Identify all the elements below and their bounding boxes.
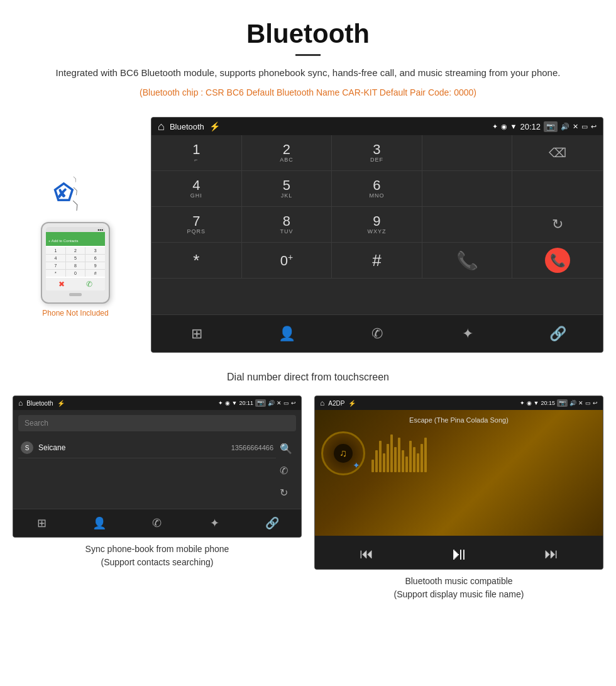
phone-keypad: 1 2 3 4 5 6 7 8 9 * 0 # — [46, 247, 105, 277]
key-9[interactable]: 9 WXYZ — [332, 207, 422, 242]
contacts-bottom-nav: ⊞ 👤 ✆ ✦ 🔗 — [13, 509, 301, 537]
contacts-home-icon: ⌂ — [18, 399, 23, 407]
eq-bar — [409, 441, 412, 472]
search-side-icon[interactable]: 🔍 — [280, 443, 292, 455]
key-backspace[interactable]: ⌫ — [512, 135, 603, 170]
key-4[interactable]: 4 GHI — [151, 171, 242, 206]
dialpad-status-bar: ⌂ Bluetooth ⚡ ✦ ◉ ▼ 20:12 📷 🔊 ✕ ▭ ↩ — [151, 118, 603, 135]
contact-row-seicane[interactable]: S Seicane 13566664466 — [18, 438, 276, 458]
eq-bar — [375, 450, 378, 472]
dial-row-1: 1 ⌐ 2 ABC 3 DEF ⌫ — [151, 135, 603, 171]
music-caption: Bluetooth music compatible(Support displ… — [394, 575, 524, 601]
contact-name: Seicane — [38, 443, 226, 452]
eq-bar — [383, 453, 385, 472]
prev-track-button[interactable]: ⏮ — [360, 546, 373, 562]
next-track-button[interactable]: ⏭ — [544, 546, 558, 562]
usb-icon: ⚡ — [209, 121, 220, 131]
nav-link[interactable]: 🔗 — [512, 315, 603, 352]
key-refresh[interactable]: ↻ — [512, 207, 603, 242]
contacts-status-bar: ⌂ Bluetooth ⚡ ✦ ◉ ▼ 20:11 📷 🔊 ✕ ▭ ↩ — [13, 396, 301, 410]
backspace-icon: ⌫ — [549, 145, 566, 160]
key-empty-3a — [422, 207, 513, 242]
contacts-nav-dialpad[interactable]: ⊞ — [13, 509, 71, 537]
dial-row-3: 7 PQRS 8 TUV 9 WXYZ ↻ — [151, 207, 603, 243]
key-5[interactable]: 5 JKL — [242, 171, 333, 206]
music-status-bar: ⌂ A2DP ⚡ ✦ ◉ ▼ 20:15 📷 🔊 ✕ ▭ ↩ — [315, 396, 603, 410]
key-1[interactable]: 1 ⌐ — [151, 135, 242, 170]
key-7[interactable]: 7 PQRS — [151, 207, 242, 242]
music-home-icon: ⌂ — [320, 399, 324, 407]
key-hash[interactable]: # — [332, 243, 422, 278]
signal-icon: ▼ — [510, 123, 517, 130]
contacts-side-icons: 🔍 ✆ ↻ — [276, 438, 296, 504]
bt-status-icon: ✦ — [492, 123, 498, 131]
nav-phone[interactable]: ✆ — [332, 315, 422, 352]
phone-illustration-area: ⬠ 〉 〉 〉 ✘ ●●● + Add — [13, 117, 138, 353]
key-2[interactable]: 2 ABC — [242, 135, 333, 170]
key-call-green[interactable]: 📞 — [422, 243, 513, 278]
music-content: Escape (The Pina Colada Song) ♫ ✦ — [315, 410, 603, 536]
page-header: Bluetooth Integrated with BC6 Bluetooth … — [0, 0, 616, 111]
key-3[interactable]: 3 DEF — [332, 135, 422, 170]
contacts-nav-phone[interactable]: ✆ — [128, 509, 186, 537]
bt-x-mark: ✘ — [52, 184, 71, 203]
key-star[interactable]: * — [151, 243, 242, 278]
music-section: ⌂ A2DP ⚡ ✦ ◉ ▼ 20:15 📷 🔊 ✕ ▭ ↩ — [314, 396, 603, 601]
contacts-nav-link[interactable]: 🔗 — [243, 509, 301, 537]
eq-bar — [413, 447, 415, 472]
key-6[interactable]: 6 MNO — [332, 171, 422, 206]
contacts-status-icons: ✦ ◉ ▼ 20:11 📷 🔊 ✕ ▭ ↩ — [218, 399, 296, 407]
eq-bar — [398, 438, 400, 472]
dial-row-2: 4 GHI 5 JKL 6 MNO — [151, 171, 603, 207]
nav-bluetooth[interactable]: ✦ — [422, 315, 513, 352]
title-divider — [295, 54, 321, 56]
music-controls: ⏮ ⏯ ⏭ — [315, 536, 603, 569]
play-pause-button[interactable]: ⏯ — [450, 543, 468, 564]
phone-not-included-label: Phone Not Included — [42, 309, 108, 318]
phone-mockup: ●●● + Add to Contacts 1 2 3 4 5 6 7 8 9 — [41, 222, 110, 304]
time-display: 20:12 — [520, 122, 541, 131]
nav-dialpad[interactable]: ⊞ — [151, 315, 242, 352]
search-bar[interactable]: Search — [18, 415, 296, 431]
camera-icon: 📷 — [544, 121, 558, 132]
contacts-inner: S Seicane 13566664466 🔍 ✆ ↻ — [18, 438, 296, 504]
eq-bar — [405, 456, 408, 472]
phone-status-bar: ●●● — [46, 227, 105, 232]
nav-contacts[interactable]: 👤 — [242, 315, 333, 352]
search-placeholder: Search — [25, 419, 290, 428]
refresh-side-icon[interactable]: ↻ — [280, 487, 292, 499]
status-right: ✦ ◉ ▼ 20:12 📷 🔊 ✕ ▭ ↩ — [492, 121, 597, 132]
status-left: ⌂ Bluetooth ⚡ — [158, 120, 220, 133]
red-phone-icon: 📞 — [545, 248, 570, 273]
contacts-list: S Seicane 13566664466 — [18, 438, 276, 504]
phone-bottom-bar: ✖ ✆ — [46, 278, 105, 290]
eq-bar — [387, 444, 389, 472]
location-icon: ◉ — [501, 123, 507, 131]
eq-bar — [402, 450, 404, 472]
dialpad-area: ⌂ Bluetooth ⚡ ✦ ◉ ▼ 20:12 📷 🔊 ✕ ▭ ↩ — [151, 117, 603, 353]
contacts-nav-user[interactable]: 👤 — [71, 509, 129, 537]
key-empty-2a — [422, 171, 513, 206]
eq-bar — [394, 447, 397, 472]
dialpad-grid: 1 ⌐ 2 ABC 3 DEF ⌫ — [151, 135, 603, 314]
key-0[interactable]: 0+ — [242, 243, 333, 278]
dial-row-4: * 0+ # 📞 📞 — [151, 243, 603, 279]
album-art-inner: ♫ — [334, 444, 353, 463]
key-call-red[interactable]: 📞 — [512, 243, 603, 278]
key-empty-1a — [422, 135, 513, 170]
contacts-content: Search S Seicane 13566664466 🔍 ✆ ↻ — [13, 410, 301, 509]
phone-contact-add: + Add to Contacts — [46, 232, 105, 246]
contacts-nav-bt[interactable]: ✦ — [186, 509, 244, 537]
call-side-icon[interactable]: ✆ — [280, 465, 292, 477]
main-caption: Dial number direct from touchscreen — [0, 372, 616, 383]
eq-bar — [421, 444, 423, 472]
contacts-section: ⌂ Bluetooth ⚡ ✦ ◉ ▼ 20:11 📷 🔊 ✕ ▭ ↩ — [13, 396, 302, 601]
chip-info-text: (Bluetooth chip : CSR BC6 Default Blueto… — [25, 86, 591, 99]
eq-bar — [379, 441, 382, 472]
phone-contact-label: + Add to Contacts — [48, 239, 79, 243]
bluetooth-signal-area: ⬠ 〉 〉 〉 ✘ — [47, 172, 104, 216]
key-8[interactable]: 8 TUV — [242, 207, 333, 242]
music-note-icon: ♫ — [339, 448, 347, 459]
main-section: ⬠ 〉 〉 〉 ✘ ●●● + Add — [0, 111, 616, 365]
eq-bar — [424, 438, 427, 472]
